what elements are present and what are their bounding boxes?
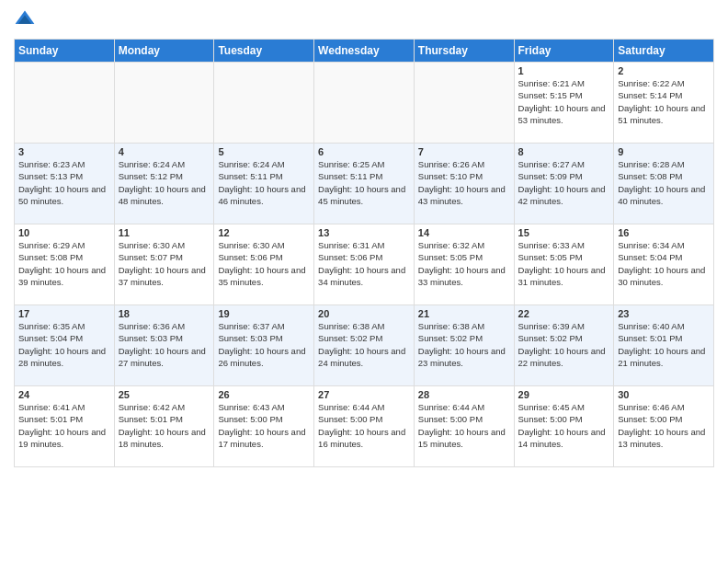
day-number: 29 [518, 389, 610, 400]
day-info: Sunrise: 6:36 AM Sunset: 5:03 PM Dayligh… [119, 320, 210, 369]
calendar-cell: 13Sunrise: 6:31 AM Sunset: 5:06 PM Dayli… [314, 224, 415, 305]
day-number: 7 [418, 146, 510, 157]
calendar-cell: 5Sunrise: 6:24 AM Sunset: 5:11 PM Daylig… [214, 144, 314, 224]
calendar-header-sunday: Sunday [15, 40, 115, 63]
day-info: Sunrise: 6:42 AM Sunset: 5:01 PM Dayligh… [119, 401, 210, 450]
day-number: 11 [119, 227, 210, 238]
calendar-cell: 9Sunrise: 6:28 AM Sunset: 5:08 PM Daylig… [614, 144, 714, 224]
day-info: Sunrise: 6:30 AM Sunset: 5:06 PM Dayligh… [218, 239, 310, 288]
calendar-cell: 30Sunrise: 6:46 AM Sunset: 5:00 PM Dayli… [614, 386, 714, 467]
day-info: Sunrise: 6:38 AM Sunset: 5:02 PM Dayligh… [318, 320, 410, 369]
day-number: 28 [418, 389, 510, 400]
calendar-cell [314, 63, 415, 144]
day-number: 5 [218, 146, 310, 157]
page: SundayMondayTuesdayWednesdayThursdayFrid… [0, 0, 728, 563]
day-info: Sunrise: 6:44 AM Sunset: 5:00 PM Dayligh… [318, 401, 410, 450]
calendar-cell: 14Sunrise: 6:32 AM Sunset: 5:05 PM Dayli… [414, 224, 514, 305]
calendar-cell: 18Sunrise: 6:36 AM Sunset: 5:03 PM Dayli… [114, 305, 214, 386]
day-info: Sunrise: 6:41 AM Sunset: 5:01 PM Dayligh… [18, 401, 110, 450]
calendar-cell: 8Sunrise: 6:27 AM Sunset: 5:09 PM Daylig… [514, 144, 614, 224]
day-number: 8 [518, 146, 610, 157]
day-number: 4 [119, 146, 210, 157]
logo-area [14, 9, 38, 31]
calendar-cell: 25Sunrise: 6:42 AM Sunset: 5:01 PM Dayli… [114, 386, 214, 467]
calendar-cell: 29Sunrise: 6:45 AM Sunset: 5:00 PM Dayli… [514, 386, 614, 467]
calendar-header-monday: Monday [114, 40, 214, 63]
day-number: 9 [618, 146, 710, 157]
day-number: 21 [418, 308, 510, 319]
calendar-cell: 3Sunrise: 6:23 AM Sunset: 5:13 PM Daylig… [15, 144, 115, 224]
day-info: Sunrise: 6:28 AM Sunset: 5:08 PM Dayligh… [618, 158, 710, 207]
calendar-cell: 26Sunrise: 6:43 AM Sunset: 5:00 PM Dayli… [214, 386, 314, 467]
calendar-cell: 6Sunrise: 6:25 AM Sunset: 5:11 PM Daylig… [314, 144, 415, 224]
day-info: Sunrise: 6:34 AM Sunset: 5:04 PM Dayligh… [618, 239, 710, 288]
calendar-cell: 21Sunrise: 6:38 AM Sunset: 5:02 PM Dayli… [414, 305, 514, 386]
calendar-header-row: SundayMondayTuesdayWednesdayThursdayFrid… [15, 40, 714, 63]
calendar-cell: 22Sunrise: 6:39 AM Sunset: 5:02 PM Dayli… [514, 305, 614, 386]
day-info: Sunrise: 6:24 AM Sunset: 5:12 PM Dayligh… [119, 158, 210, 207]
day-info: Sunrise: 6:37 AM Sunset: 5:03 PM Dayligh… [218, 320, 310, 369]
day-number: 20 [318, 308, 410, 319]
calendar-header-wednesday: Wednesday [314, 40, 415, 63]
day-info: Sunrise: 6:24 AM Sunset: 5:11 PM Dayligh… [218, 158, 310, 207]
day-number: 6 [318, 146, 410, 157]
header [14, 9, 714, 31]
calendar-week-row: 3Sunrise: 6:23 AM Sunset: 5:13 PM Daylig… [15, 144, 714, 224]
calendar-cell: 16Sunrise: 6:34 AM Sunset: 5:04 PM Dayli… [614, 224, 714, 305]
calendar-cell: 4Sunrise: 6:24 AM Sunset: 5:12 PM Daylig… [114, 144, 214, 224]
calendar-cell: 23Sunrise: 6:40 AM Sunset: 5:01 PM Dayli… [614, 305, 714, 386]
day-info: Sunrise: 6:31 AM Sunset: 5:06 PM Dayligh… [318, 239, 410, 288]
day-number: 25 [119, 389, 210, 400]
calendar-cell [214, 63, 314, 144]
calendar-cell: 15Sunrise: 6:33 AM Sunset: 5:05 PM Dayli… [514, 224, 614, 305]
calendar-table: SundayMondayTuesdayWednesdayThursdayFrid… [14, 39, 714, 467]
calendar-cell: 10Sunrise: 6:29 AM Sunset: 5:08 PM Dayli… [15, 224, 115, 305]
calendar-cell: 20Sunrise: 6:38 AM Sunset: 5:02 PM Dayli… [314, 305, 415, 386]
day-info: Sunrise: 6:30 AM Sunset: 5:07 PM Dayligh… [119, 239, 210, 288]
calendar-cell: 27Sunrise: 6:44 AM Sunset: 5:00 PM Dayli… [314, 386, 415, 467]
calendar-cell: 17Sunrise: 6:35 AM Sunset: 5:04 PM Dayli… [15, 305, 115, 386]
calendar-cell: 28Sunrise: 6:44 AM Sunset: 5:00 PM Dayli… [414, 386, 514, 467]
calendar-cell: 24Sunrise: 6:41 AM Sunset: 5:01 PM Dayli… [15, 386, 115, 467]
day-info: Sunrise: 6:44 AM Sunset: 5:00 PM Dayligh… [418, 401, 510, 450]
day-info: Sunrise: 6:32 AM Sunset: 5:05 PM Dayligh… [418, 239, 510, 288]
day-info: Sunrise: 6:23 AM Sunset: 5:13 PM Dayligh… [18, 158, 110, 207]
day-number: 22 [518, 308, 610, 319]
calendar-cell: 1Sunrise: 6:21 AM Sunset: 5:15 PM Daylig… [514, 63, 614, 144]
calendar-cell: 2Sunrise: 6:22 AM Sunset: 5:14 PM Daylig… [614, 63, 714, 144]
day-number: 17 [18, 308, 110, 319]
logo-icon [14, 9, 36, 31]
calendar-week-row: 17Sunrise: 6:35 AM Sunset: 5:04 PM Dayli… [15, 305, 714, 386]
calendar-header-saturday: Saturday [614, 40, 714, 63]
calendar-week-row: 24Sunrise: 6:41 AM Sunset: 5:01 PM Dayli… [15, 386, 714, 467]
day-number: 12 [218, 227, 310, 238]
calendar-cell: 19Sunrise: 6:37 AM Sunset: 5:03 PM Dayli… [214, 305, 314, 386]
day-number: 26 [218, 389, 310, 400]
calendar-cell: 7Sunrise: 6:26 AM Sunset: 5:10 PM Daylig… [414, 144, 514, 224]
day-info: Sunrise: 6:29 AM Sunset: 5:08 PM Dayligh… [18, 239, 110, 288]
calendar-header-thursday: Thursday [414, 40, 514, 63]
day-number: 24 [18, 389, 110, 400]
day-info: Sunrise: 6:39 AM Sunset: 5:02 PM Dayligh… [518, 320, 610, 369]
day-info: Sunrise: 6:35 AM Sunset: 5:04 PM Dayligh… [18, 320, 110, 369]
day-number: 23 [618, 308, 710, 319]
calendar-header-tuesday: Tuesday [214, 40, 314, 63]
day-info: Sunrise: 6:40 AM Sunset: 5:01 PM Dayligh… [618, 320, 710, 369]
day-number: 27 [318, 389, 410, 400]
calendar-week-row: 10Sunrise: 6:29 AM Sunset: 5:08 PM Dayli… [15, 224, 714, 305]
calendar-cell: 12Sunrise: 6:30 AM Sunset: 5:06 PM Dayli… [214, 224, 314, 305]
calendar-cell [414, 63, 514, 144]
day-info: Sunrise: 6:21 AM Sunset: 5:15 PM Dayligh… [518, 77, 610, 126]
day-number: 19 [218, 308, 310, 319]
day-number: 13 [318, 227, 410, 238]
calendar-cell [15, 63, 115, 144]
calendar-week-row: 1Sunrise: 6:21 AM Sunset: 5:15 PM Daylig… [15, 63, 714, 144]
calendar-header-friday: Friday [514, 40, 614, 63]
day-number: 2 [618, 65, 710, 76]
calendar-cell: 11Sunrise: 6:30 AM Sunset: 5:07 PM Dayli… [114, 224, 214, 305]
day-info: Sunrise: 6:33 AM Sunset: 5:05 PM Dayligh… [518, 239, 610, 288]
day-number: 1 [518, 65, 610, 76]
day-info: Sunrise: 6:26 AM Sunset: 5:10 PM Dayligh… [418, 158, 510, 207]
day-number: 14 [418, 227, 510, 238]
day-info: Sunrise: 6:22 AM Sunset: 5:14 PM Dayligh… [618, 77, 710, 126]
